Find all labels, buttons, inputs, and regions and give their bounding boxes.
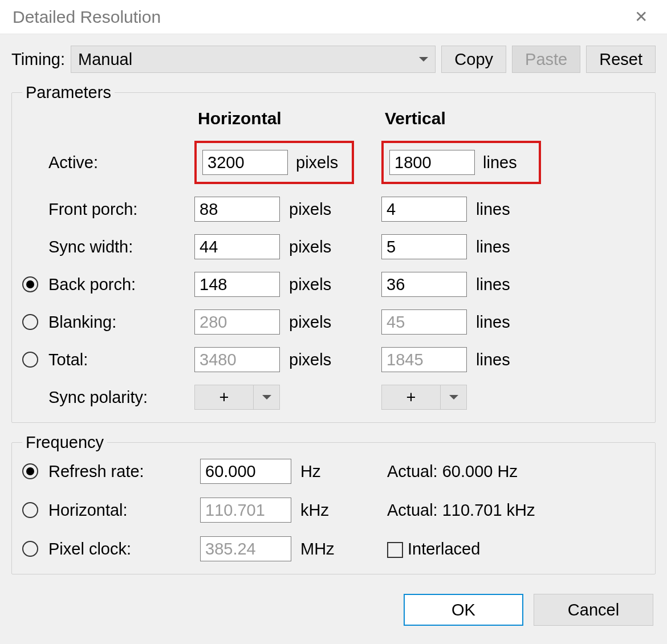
- interlaced-checkbox[interactable]: [387, 542, 403, 558]
- refresh-rate-radio[interactable]: [22, 463, 38, 479]
- blanking-label: Blanking:: [48, 313, 191, 332]
- front-porch-v-unit: lines: [476, 200, 533, 219]
- active-h-unit: pixels: [296, 153, 338, 172]
- back-porch-v-input[interactable]: 36: [381, 272, 467, 297]
- refresh-rate-input[interactable]: 60.000: [200, 459, 291, 484]
- back-porch-label: Back porch:: [48, 275, 191, 294]
- sync-width-h-unit: pixels: [289, 238, 357, 256]
- timing-row: Timing: Manual Copy Paste Reset: [11, 46, 656, 73]
- ok-button[interactable]: OK: [404, 594, 523, 626]
- window-title: Detailed Resolution: [13, 7, 161, 27]
- active-label: Active:: [48, 153, 191, 172]
- frequency-group: Frequency Refresh rate: 60.000 Hz Actual…: [11, 433, 656, 574]
- pixel-clock-label: Pixel clock:: [48, 540, 197, 559]
- active-v-input[interactable]: 1800: [389, 150, 475, 175]
- header-horizontal: Horizontal: [194, 109, 357, 128]
- back-porch-h-input[interactable]: 148: [194, 272, 280, 297]
- active-v-unit: lines: [483, 153, 517, 172]
- pixel-clock-input: 385.24: [200, 536, 291, 561]
- frequency-legend: Frequency: [22, 433, 107, 452]
- blanking-h-unit: pixels: [289, 313, 357, 332]
- chevron-down-icon: [262, 395, 271, 400]
- total-h-unit: pixels: [289, 350, 357, 369]
- total-v-input: 1845: [381, 347, 467, 372]
- chevron-down-icon: [419, 57, 428, 62]
- back-porch-radio[interactable]: [22, 276, 38, 292]
- timing-select[interactable]: Manual: [71, 46, 436, 73]
- total-radio[interactable]: [22, 352, 38, 368]
- parameters-group: Parameters Horizontal Vertical Active: 3…: [11, 83, 656, 423]
- cancel-button[interactable]: Cancel: [534, 594, 653, 626]
- blanking-v-unit: lines: [476, 313, 533, 332]
- total-v-unit: lines: [476, 350, 533, 369]
- front-porch-h-unit: pixels: [289, 200, 357, 219]
- header-vertical: Vertical: [381, 109, 533, 128]
- active-h-input[interactable]: 3200: [202, 150, 288, 175]
- pixel-clock-unit: MHz: [300, 540, 357, 559]
- timing-value: Manual: [78, 50, 132, 69]
- sync-polarity-h-value: +: [195, 388, 253, 407]
- total-label: Total:: [48, 350, 191, 369]
- sync-width-h-input[interactable]: 44: [194, 234, 280, 259]
- paste-button: Paste: [512, 46, 580, 73]
- active-horizontal-highlight: 3200 pixels: [194, 141, 354, 184]
- copy-button[interactable]: Copy: [441, 46, 506, 73]
- sync-polarity-v-select[interactable]: +: [381, 385, 467, 410]
- sync-polarity-h-select[interactable]: +: [194, 385, 280, 410]
- interlaced-row: Interlaced: [387, 540, 598, 559]
- front-porch-v-input[interactable]: 4: [381, 197, 467, 222]
- front-porch-h-input[interactable]: 88: [194, 197, 280, 222]
- total-h-input: 3480: [194, 347, 280, 372]
- timing-label: Timing:: [11, 50, 65, 69]
- sync-polarity-label: Sync polarity:: [48, 388, 191, 407]
- action-bar: OK Cancel: [0, 585, 667, 635]
- chevron-down-icon: [449, 395, 458, 400]
- horizontal-freq-unit: kHz: [300, 501, 357, 520]
- sync-width-label: Sync width:: [48, 238, 191, 256]
- refresh-rate-label: Refresh rate:: [48, 462, 197, 481]
- active-vertical-highlight: 1800 lines: [381, 141, 541, 184]
- horizontal-freq-label: Horizontal:: [48, 501, 197, 520]
- titlebar: Detailed Resolution ✕: [0, 0, 667, 34]
- sync-polarity-v-value: +: [382, 388, 440, 407]
- refresh-rate-unit: Hz: [300, 462, 357, 481]
- close-icon[interactable]: ✕: [628, 5, 654, 28]
- parameters-legend: Parameters: [22, 83, 115, 102]
- sync-width-v-input[interactable]: 5: [381, 234, 467, 259]
- back-porch-h-unit: pixels: [289, 275, 357, 294]
- horizontal-freq-radio[interactable]: [22, 502, 38, 518]
- interlaced-label: Interlaced: [408, 540, 480, 558]
- blanking-radio[interactable]: [22, 314, 38, 330]
- back-porch-v-unit: lines: [476, 275, 533, 294]
- refresh-rate-actual: Actual: 60.000 Hz: [387, 462, 598, 481]
- sync-width-v-unit: lines: [476, 238, 533, 256]
- horizontal-freq-input: 110.701: [200, 498, 291, 523]
- front-porch-label: Front porch:: [48, 200, 191, 219]
- blanking-v-input: 45: [381, 309, 467, 335]
- horizontal-freq-actual: Actual: 110.701 kHz: [387, 501, 598, 520]
- pixel-clock-radio[interactable]: [22, 541, 38, 557]
- blanking-h-input: 280: [194, 309, 280, 335]
- reset-button[interactable]: Reset: [586, 46, 656, 73]
